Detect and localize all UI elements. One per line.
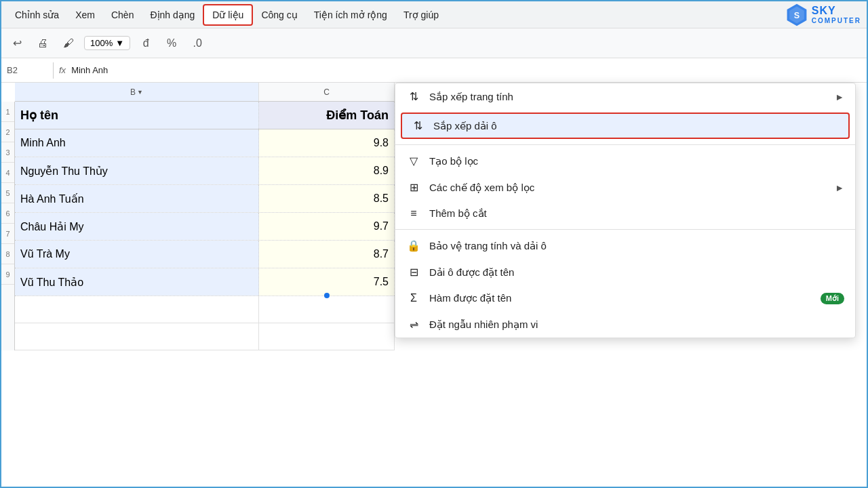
header-cell-ho-ten[interactable]: Họ tên [15,102,259,129]
menu-tro-giup[interactable]: Trợ giúp [395,5,447,24]
empty-row-9 [15,323,395,350]
menu-them-bo-cat[interactable]: ≡ Thêm bộ cắt [395,201,855,226]
row-num-8: 8 [1,244,14,264]
row-num-6: 6 [1,203,14,224]
decimal-button[interactable]: .0 [187,33,208,54]
row-num-5: 5 [1,183,14,203]
empty-cell-c-9 [259,323,395,350]
menu-xem[interactable]: Xem [67,5,103,24]
menu-bao-ve[interactable]: 🔒 Bảo vệ trang tính và dải ô [395,232,855,259]
menu-sap-xep-trang-tinh[interactable]: ⇅ Sắp xếp trang tính ► [395,83,855,110]
sort-range-icon: ⇅ [410,119,425,132]
print-button[interactable]: 🖨 [33,33,53,54]
menu-chen[interactable]: Chèn [103,5,142,24]
row-num-1: 1 [1,102,14,122]
row-num-2: 2 [1,122,14,142]
named-func-icon: Σ [406,292,421,304]
cell-score-0[interactable]: 9.8 [259,129,395,157]
col-header-c[interactable]: C [259,83,395,101]
menu-cong-cu[interactable]: Công cụ [253,5,305,24]
formula-value: Minh Anh [71,65,861,75]
menu-tien-ich[interactable]: Tiện ích mở rộng [306,5,395,24]
menu-ham-dat-ten[interactable]: Σ Hàm được đặt tên Mới [395,285,855,311]
zoom-control[interactable]: 100% ▼ [84,36,130,50]
divider-1 [395,144,855,145]
col-header-b[interactable]: B ▼ [15,83,259,101]
cell-name-5[interactable]: Vũ Thu Thảo [15,268,259,296]
menu-cac-che-do-xem[interactable]: ⊞ Các chế độ xem bộ lọc ► [395,174,855,201]
empty-row-8 [15,296,395,323]
table-row[interactable]: Vũ Thu Thảo 7.5 [15,268,395,296]
menu-dat-ngau-nhien[interactable]: ⇌ Đặt ngẫu nhiên phạm vi [395,311,855,338]
zoom-arrow-icon: ▼ [115,38,124,48]
cell-name-0[interactable]: Minh Anh [15,129,259,157]
ham-dat-ten-label: Hàm được đặt tên [429,292,812,304]
cell-name-4[interactable]: Vũ Trà My [15,241,259,268]
sort-sheet-label: Sắp xếp trang tính [429,91,827,103]
menu-dinh-dang[interactable]: Định dạng [142,5,203,24]
cac-che-do-label: Các chế độ xem bộ lọc [429,182,827,194]
filter-view-icon: ⊞ [406,181,421,194]
sort-sheet-icon: ⇅ [406,90,421,103]
toolbar: ↩ 🖨 🖌 100% ▼ đ % .0 [1,28,867,58]
them-bo-cat-label: Thêm bộ cắt [429,207,844,220]
dat-ngau-nhien-label: Đặt ngẫu nhiên phạm vi [429,319,844,331]
menu-du-lieu[interactable]: Dữ liệu [203,4,253,26]
table-row[interactable]: Nguyễn Thu Thủy 8.9 [15,157,395,185]
paint-format-button[interactable]: 🖌 [58,33,79,54]
cell-score-4[interactable]: 8.7 [259,241,395,268]
col-b-label: B [130,87,136,97]
undo-button[interactable]: ↩ [7,33,27,54]
formula-bar: B2 fx Minh Anh [1,58,867,83]
currency-button[interactable]: đ [136,33,156,54]
row-num-3: 3 [1,142,14,163]
menu-dai-o-dat-ten[interactable]: ⊟ Dải ô được đặt tên [395,259,855,285]
table-row[interactable]: Vũ Trà My 8.7 [15,241,395,268]
menu-chinh-sua[interactable]: Chỉnh sửa [7,5,67,24]
named-range-icon: ⊟ [406,266,421,279]
table-row[interactable]: Châu Hải My 9.7 [15,213,395,241]
menu-sap-xep-dai-o[interactable]: ⇅ Sắp xếp dải ô [401,113,850,139]
svg-text:S: S [794,10,800,20]
col-b-sort-icon: ▼ [137,89,143,96]
sort-range-label: Sắp xếp dải ô [433,120,840,132]
logo-icon: S [785,3,809,27]
random-icon: ⇌ [406,318,421,331]
bao-ve-label: Bảo vệ trang tính và dải ô [429,240,844,252]
selection-handle[interactable] [324,293,330,298]
cell-name-2[interactable]: Hà Anh Tuấn [15,185,259,212]
empty-cell-b-8 [15,296,259,323]
cell-reference: B2 [7,65,47,75]
cell-score-3[interactable]: 9.7 [259,213,395,240]
percent-button[interactable]: % [161,33,182,54]
header-cell-diem-toan[interactable]: Điểm Toán [259,102,395,129]
cell-score-5[interactable]: 7.5 [259,268,395,296]
menu-tao-bo-loc[interactable]: ▽ Tạo bộ lọc [395,148,855,174]
tao-bo-loc-label: Tạo bộ lọc [429,155,844,167]
dropdown-menu: ⇅ Sắp xếp trang tính ► ⇅ Sắp xếp dải ô ▽… [395,83,856,338]
logo-area: S SKY COMPUTER [785,3,861,27]
zoom-value: 100% [90,38,113,48]
dai-o-label: Dải ô được đặt tên [429,266,844,279]
table-row[interactable]: Hà Anh Tuấn 8.5 [15,185,395,213]
table-row[interactable]: Minh Anh 9.8 [15,129,395,157]
row-num-4: 4 [1,163,14,183]
empty-cell-b-9 [15,323,259,350]
logo-computer-label: COMPUTER [812,17,861,24]
cell-score-1[interactable]: 8.9 [259,157,395,184]
menubar: Chỉnh sửa Xem Chèn Định dạng Dữ liệu Côn… [1,1,867,28]
cell-name-3[interactable]: Châu Hải My [15,213,259,240]
lock-icon: 🔒 [406,239,421,252]
logo-sky-label: SKY [812,5,861,17]
cell-score-2[interactable]: 8.5 [259,185,395,212]
fx-label: fx [59,65,66,75]
filter-view-arrow-icon: ► [835,182,844,193]
new-badge: Mới [821,293,844,304]
slicer-icon: ≡ [406,207,421,220]
empty-cell-c-8 [259,296,395,323]
col-c-label: C [323,87,330,97]
row-numbers: 1 2 3 4 5 6 7 8 9 [1,102,15,350]
cell-name-1[interactable]: Nguyễn Thu Thủy [15,157,259,184]
grid-header-row: Họ tên Điểm Toán [15,102,395,129]
formula-divider [53,62,54,79]
